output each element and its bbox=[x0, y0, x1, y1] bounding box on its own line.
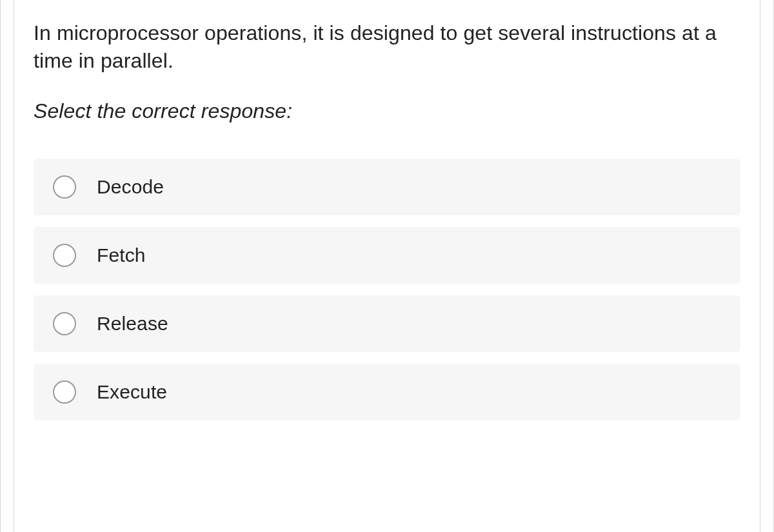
options-container: Decode Fetch Release Execute bbox=[34, 159, 740, 420]
option-decode[interactable]: Decode bbox=[34, 159, 740, 215]
option-label: Release bbox=[97, 313, 168, 335]
option-execute[interactable]: Execute bbox=[34, 364, 740, 420]
option-label: Fetch bbox=[97, 244, 146, 266]
option-release[interactable]: Release bbox=[34, 295, 740, 352]
question-panel: In microprocessor operations, it is desi… bbox=[14, 0, 760, 532]
option-fetch[interactable]: Fetch bbox=[34, 227, 740, 284]
radio-icon bbox=[53, 380, 76, 404]
question-text: In microprocessor operations, it is desi… bbox=[34, 19, 740, 75]
option-label: Decode bbox=[97, 176, 164, 198]
radio-icon bbox=[53, 312, 76, 335]
radio-icon bbox=[53, 244, 76, 267]
instruction-text: Select the correct response: bbox=[34, 99, 740, 123]
option-label: Execute bbox=[97, 381, 167, 403]
radio-icon bbox=[53, 175, 76, 199]
page-outer-border: In microprocessor operations, it is desi… bbox=[0, 0, 774, 532]
